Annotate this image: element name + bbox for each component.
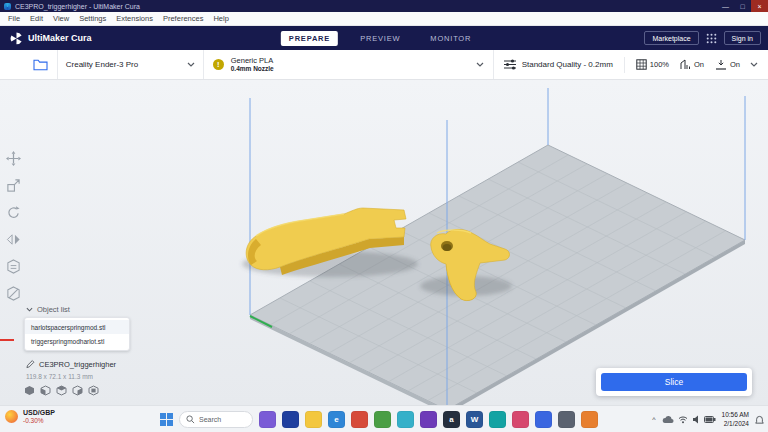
taskbar-app-icon[interactable] — [397, 411, 414, 428]
view-right-icon[interactable] — [88, 385, 99, 396]
material-warning-icon: ! — [213, 59, 224, 70]
material-selector[interactable]: ! Generic PLA 0.4mm Nozzle — [204, 50, 494, 79]
slice-panel: Slice — [596, 368, 752, 396]
taskbar-widget[interactable]: USD/GBP -0.30% — [5, 409, 55, 424]
view-front-icon[interactable] — [40, 385, 51, 396]
menu-help[interactable]: Help — [208, 14, 233, 23]
taskbar-app-icon[interactable] — [420, 411, 437, 428]
material-name: Generic PLA — [231, 56, 274, 65]
taskbar-app-icon[interactable] — [305, 411, 322, 428]
adhesion-value: On — [730, 60, 740, 69]
printer-selector[interactable]: Creality Ender-3 Pro — [58, 50, 204, 79]
taskbar-app-icon[interactable] — [489, 411, 506, 428]
menu-edit[interactable]: Edit — [25, 14, 48, 23]
object-list-item[interactable]: harlotspacerspringmod.stl — [25, 320, 129, 334]
object-list-item[interactable]: triggerspringmodharlot.stl — [25, 334, 129, 348]
infill-value: 100% — [650, 60, 669, 69]
tray-expand-chevron[interactable]: ^ — [652, 416, 655, 423]
maximize-button[interactable]: □ — [734, 0, 751, 12]
print-settings-selector[interactable]: Standard Quality - 0.2mm 100% On — [494, 50, 768, 79]
view-3d-icon[interactable] — [24, 385, 35, 396]
adhesion-indicator: On — [715, 60, 740, 70]
rotate-icon — [6, 205, 21, 220]
taskbar-app-icon[interactable] — [282, 411, 299, 428]
scale-tool[interactable] — [5, 177, 21, 193]
sign-in-button[interactable]: Sign in — [724, 31, 761, 45]
notification-bell-icon[interactable] — [755, 415, 764, 425]
tool-column — [5, 150, 21, 301]
marketplace-button[interactable]: Marketplace — [644, 31, 698, 45]
folder-icon — [33, 58, 48, 71]
per-model-settings-icon — [6, 259, 21, 274]
menu-file[interactable]: File — [3, 14, 25, 23]
nozzle-size: 0.4mm Nozzle — [231, 65, 274, 73]
taskbar-app-icon[interactable]: W — [466, 411, 483, 428]
tab-prepare[interactable]: PREPARE — [281, 31, 338, 46]
widget-weather-icon — [5, 410, 18, 423]
support-blocker-icon — [6, 286, 21, 301]
support-icon — [680, 59, 691, 70]
viewport-3d[interactable] — [0, 80, 768, 405]
title-bar: CE3PRO_triggerhigher - UltiMaker Cura — … — [0, 0, 768, 12]
taskbar-app-icon[interactable] — [581, 411, 598, 428]
app-header: UltiMaker Cura PREPARE PREVIEW MONITOR M… — [0, 26, 768, 50]
taskbar-app-icon[interactable] — [351, 411, 368, 428]
taskbar-clock[interactable]: 10:56 AM 2/1/2024 — [722, 411, 749, 427]
tab-monitor[interactable]: MONITOR — [422, 31, 479, 46]
printer-name: Creality Ender-3 Pro — [66, 60, 138, 69]
profile-name: Standard Quality - 0.2mm — [522, 60, 613, 69]
camera-view-buttons — [24, 385, 99, 396]
configuration-bar: Creality Ender-3 Pro ! Generic PLA 0.4mm… — [0, 50, 768, 80]
chevron-down-icon — [750, 62, 758, 67]
support-value: On — [694, 60, 704, 69]
menu-extensions[interactable]: Extensions — [111, 14, 158, 23]
adhesion-icon — [715, 60, 727, 70]
grid-menu-icon[interactable] — [706, 33, 717, 44]
rotate-tool[interactable] — [5, 204, 21, 220]
sliders-icon — [504, 59, 516, 70]
close-button[interactable]: × — [751, 0, 768, 12]
menu-settings[interactable]: Settings — [74, 14, 111, 23]
volume-icon[interactable] — [692, 415, 700, 424]
ultimaker-logo-icon — [10, 32, 23, 45]
clock-time: 10:56 AM — [722, 411, 749, 419]
wifi-icon[interactable] — [678, 415, 688, 424]
chevron-down-icon — [187, 62, 195, 67]
widget-ticker: USD/GBP — [23, 409, 55, 417]
pencil-icon[interactable] — [26, 359, 35, 369]
battery-icon[interactable] — [704, 416, 716, 423]
view-left-icon[interactable] — [72, 385, 83, 396]
menu-preferences[interactable]: Preferences — [158, 14, 208, 23]
per-model-settings-tool[interactable] — [5, 258, 21, 274]
start-button[interactable] — [160, 413, 173, 426]
support-blocker-tool[interactable] — [5, 285, 21, 301]
menu-view[interactable]: View — [48, 14, 74, 23]
infill-indicator: 100% — [636, 59, 669, 70]
taskbar-app-icon[interactable] — [558, 411, 575, 428]
slice-button[interactable]: Slice — [601, 373, 747, 391]
search-input[interactable]: Search — [179, 411, 253, 428]
brand: UltiMaker Cura — [10, 32, 92, 45]
minimize-button[interactable]: — — [717, 0, 734, 12]
taskbar-app-icon[interactable] — [259, 411, 276, 428]
cloud-icon[interactable] — [662, 415, 674, 424]
open-file-button[interactable] — [24, 50, 58, 79]
move-tool[interactable] — [5, 150, 21, 166]
divider — [624, 57, 625, 73]
object-list-panel: harlotspacerspringmod.stl triggerspringm… — [24, 317, 130, 351]
view-top-icon[interactable] — [56, 385, 67, 396]
mirror-tool[interactable] — [5, 231, 21, 247]
clock-date: 2/1/2024 — [722, 420, 749, 428]
tab-preview[interactable]: PREVIEW — [352, 31, 408, 46]
taskbar-app-icon[interactable] — [512, 411, 529, 428]
taskbar-app-icon[interactable]: e — [328, 411, 345, 428]
cura-window: CE3PRO_triggerhigher - UltiMaker Cura — … — [0, 0, 768, 432]
taskbar-app-icon[interactable]: a — [443, 411, 460, 428]
search-icon — [186, 415, 195, 424]
object-list-toggle[interactable]: Object list — [26, 305, 70, 314]
cura-app-icon — [4, 3, 11, 10]
taskbar-app-icon[interactable] — [535, 411, 552, 428]
search-placeholder: Search — [199, 416, 221, 423]
taskbar-app-icon[interactable] — [374, 411, 391, 428]
chevron-down-icon — [476, 62, 484, 67]
